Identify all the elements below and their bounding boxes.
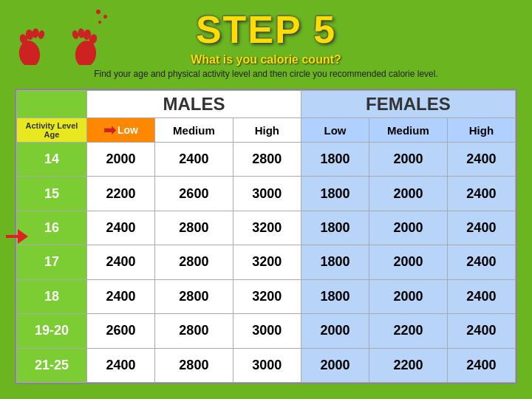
subheader-row: Activity Level Age ➡ Low Medium High Low… <box>17 118 516 143</box>
age-cell: 17 <box>17 245 87 279</box>
age-cell: 21-25 <box>17 348 87 382</box>
table-row: 18 2400 2800 3200 1800 2000 2400 <box>17 279 516 313</box>
table-row: 16 2400 2800 3200 1800 2000 2400 <box>17 211 516 245</box>
age-cell: 14 <box>17 143 87 177</box>
page-subtitle: What is you calorie count? <box>0 53 532 66</box>
male-high-cell: 2800 <box>233 143 301 177</box>
male-medium-cell: 2800 <box>155 211 233 245</box>
table-row: 14 2000 2400 2800 1800 2000 2400 <box>17 143 516 177</box>
table-row: 21-25 2400 2800 3000 2000 2200 2400 <box>17 348 516 382</box>
females-header: FEMALES <box>301 91 515 118</box>
row-16-indicator <box>6 229 28 244</box>
page-description: Find your age and physical activity leve… <box>0 69 532 79</box>
female-high-cell: 2400 <box>447 279 515 313</box>
male-low-cell: 2200 <box>86 177 154 211</box>
female-medium-cell: 2200 <box>369 314 448 348</box>
female-medium-cell: 2000 <box>369 211 448 245</box>
female-low-cell: 1800 <box>301 279 369 313</box>
female-medium-cell: 2000 <box>369 143 448 177</box>
male-high-cell: 3000 <box>233 177 301 211</box>
low-arrow-header: ➡ Low <box>86 118 154 143</box>
male-high-cell: 3200 <box>233 245 301 279</box>
male-medium-cell: 2600 <box>155 177 233 211</box>
females-low-subheader: Low <box>301 118 369 143</box>
male-medium-cell: 2800 <box>155 348 233 382</box>
age-cell: 15 <box>17 177 87 211</box>
female-medium-cell: 2000 <box>369 177 448 211</box>
table-row: 19-20 2600 2800 3000 2000 2200 2400 <box>17 314 516 348</box>
male-high-cell: 3200 <box>233 279 301 313</box>
female-low-cell: 1800 <box>301 143 369 177</box>
page-title: STEP 5 <box>0 7 532 52</box>
male-low-cell: 2400 <box>86 279 154 313</box>
males-low-subheader: Low <box>117 124 138 136</box>
male-low-cell: 2400 <box>86 245 154 279</box>
male-medium-cell: 2800 <box>155 245 233 279</box>
male-medium-cell: 2800 <box>155 279 233 313</box>
male-high-cell: 3200 <box>233 211 301 245</box>
age-cell: 18 <box>17 279 87 313</box>
male-low-cell: 2000 <box>86 143 154 177</box>
male-high-cell: 3000 <box>233 314 301 348</box>
male-medium-cell: 2400 <box>155 143 233 177</box>
male-low-cell: 2400 <box>86 211 154 245</box>
females-medium-subheader: Medium <box>369 118 448 143</box>
title-area: STEP 5 What is you calorie count? Find y… <box>0 7 532 79</box>
female-low-cell: 1800 <box>301 245 369 279</box>
female-high-cell: 2400 <box>447 143 515 177</box>
female-high-cell: 2400 <box>447 245 515 279</box>
calorie-table: MALES FEMALES Activity Level Age ➡ Low M… <box>15 89 517 384</box>
female-high-cell: 2400 <box>447 348 515 382</box>
males-high-subheader: High <box>233 118 301 143</box>
age-cell: 19-20 <box>17 314 87 348</box>
males-header: MALES <box>86 91 301 118</box>
group-header-row: MALES FEMALES <box>17 91 516 118</box>
female-low-cell: 1800 <box>301 177 369 211</box>
females-high-subheader: High <box>447 118 515 143</box>
female-low-cell: 2000 <box>301 348 369 382</box>
table-row: 15 2200 2600 3000 1800 2000 2400 <box>17 177 516 211</box>
female-high-cell: 2400 <box>447 314 515 348</box>
female-medium-cell: 2000 <box>369 279 448 313</box>
female-medium-cell: 2000 <box>369 245 448 279</box>
male-high-cell: 3000 <box>233 348 301 382</box>
female-high-cell: 2400 <box>447 211 515 245</box>
activity-level-header: Activity Level Age <box>17 118 87 143</box>
table-row: 17 2400 2800 3200 1800 2000 2400 <box>17 245 516 279</box>
male-low-cell: 2400 <box>86 348 154 382</box>
female-high-cell: 2400 <box>447 177 515 211</box>
male-medium-cell: 2800 <box>155 314 233 348</box>
female-medium-cell: 2200 <box>369 348 448 382</box>
male-low-cell: 2600 <box>86 314 154 348</box>
female-low-cell: 1800 <box>301 211 369 245</box>
female-low-cell: 2000 <box>301 314 369 348</box>
page-background: STEP 5 What is you calorie count? Find y… <box>0 0 532 399</box>
males-medium-subheader: Medium <box>155 118 233 143</box>
